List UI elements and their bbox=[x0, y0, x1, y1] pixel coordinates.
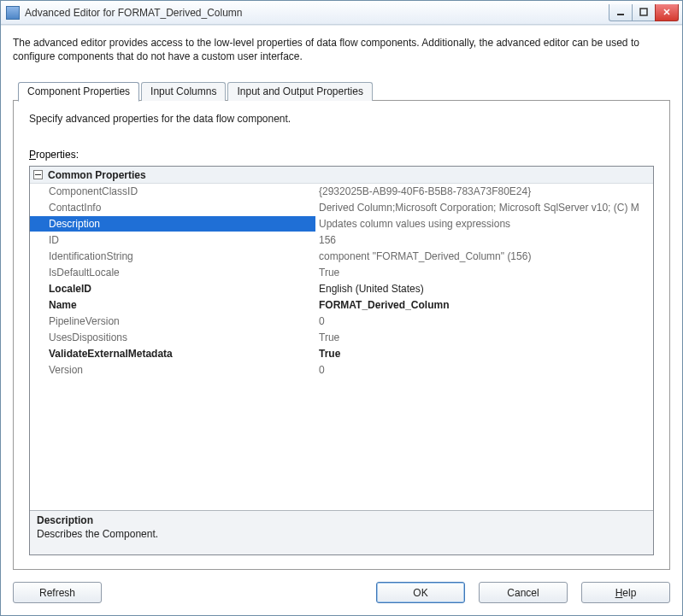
property-row[interactable]: IsDefaultLocaleTrue bbox=[30, 265, 653, 281]
collapse-icon[interactable] bbox=[33, 170, 43, 179]
property-name: IdentificationString bbox=[30, 249, 315, 264]
property-row[interactable]: ValidateExternalMetadataTrue bbox=[30, 346, 653, 362]
description-header: Description bbox=[37, 514, 646, 526]
panel-hint: Specify advanced properties for the data… bbox=[29, 113, 654, 125]
client-area: The advanced editor provides access to t… bbox=[1, 25, 682, 615]
property-name: PipelineVersion bbox=[30, 314, 315, 329]
app-icon bbox=[6, 6, 20, 20]
property-name: ID bbox=[30, 232, 315, 248]
refresh-button[interactable]: Refresh bbox=[13, 582, 102, 603]
property-name: ValidateExternalMetadata bbox=[30, 346, 315, 361]
property-name: Name bbox=[30, 297, 315, 313]
minimize-button[interactable] bbox=[609, 4, 633, 21]
property-row[interactable]: ID156 bbox=[30, 232, 653, 249]
group-header-label: Common Properties bbox=[48, 169, 146, 181]
property-value[interactable]: 0 bbox=[315, 314, 653, 329]
property-row[interactable]: PipelineVersion0 bbox=[30, 314, 653, 330]
property-value[interactable]: {2932025B-AB99-40F6-B5B8-783A73F80E24} bbox=[315, 184, 653, 199]
property-row[interactable]: ComponentClassID{2932025B-AB99-40F6-B5B8… bbox=[30, 184, 653, 200]
property-row[interactable]: IdentificationStringcomponent "FORMAT_De… bbox=[30, 249, 653, 265]
svg-rect-0 bbox=[617, 14, 624, 15]
property-name: LocaleID bbox=[30, 281, 315, 296]
description-pane: Description Describes the Component. bbox=[30, 510, 653, 554]
window-controls bbox=[609, 4, 679, 21]
property-row[interactable]: UsesDispositionsTrue bbox=[30, 330, 653, 346]
property-grid[interactable]: Common Properties ComponentClassID{29320… bbox=[29, 166, 654, 555]
tab-component-properties[interactable]: Component Properties bbox=[18, 82, 139, 102]
dialog-window: Advanced Editor for FORMAT_Derived_Colum… bbox=[0, 0, 683, 616]
property-name: ComponentClassID bbox=[30, 184, 315, 199]
property-value[interactable]: 156 bbox=[315, 232, 653, 248]
property-row[interactable]: NameFORMAT_Derived_Column bbox=[30, 297, 653, 314]
cancel-button[interactable]: Cancel bbox=[479, 582, 568, 603]
property-name: Description bbox=[30, 216, 315, 232]
properties-label: Properties: bbox=[29, 149, 654, 161]
tab-input-columns[interactable]: Input Columns bbox=[141, 82, 226, 101]
ok-button[interactable]: OK bbox=[376, 582, 465, 603]
property-name: ContactInfo bbox=[30, 200, 315, 215]
property-value[interactable]: True bbox=[315, 265, 653, 280]
close-button[interactable] bbox=[655, 4, 679, 21]
property-value[interactable]: FORMAT_Derived_Column bbox=[315, 297, 653, 313]
property-name: UsesDispositions bbox=[30, 330, 315, 345]
property-name: IsDefaultLocale bbox=[30, 265, 315, 280]
property-name: Version bbox=[30, 362, 315, 378]
property-grid-body: Common Properties ComponentClassID{29320… bbox=[30, 167, 653, 510]
tab-input-output-properties[interactable]: Input and Output Properties bbox=[227, 82, 372, 101]
property-row[interactable]: Version0 bbox=[30, 362, 653, 378]
property-value[interactable]: Updates column values using expressions bbox=[315, 216, 653, 232]
maximize-button[interactable] bbox=[632, 4, 656, 21]
property-value[interactable]: Derived Column;Microsoft Corporation; Mi… bbox=[315, 200, 653, 215]
dialog-buttons: Refresh OK Cancel Help bbox=[13, 570, 670, 603]
tab-strip: Component Properties Input Columns Input… bbox=[13, 80, 670, 101]
group-header-common[interactable]: Common Properties bbox=[30, 167, 653, 184]
property-row[interactable]: ContactInfoDerived Column;Microsoft Corp… bbox=[30, 200, 653, 216]
property-row[interactable]: DescriptionUpdates column values using e… bbox=[30, 216, 653, 232]
property-row[interactable]: LocaleIDEnglish (United States) bbox=[30, 281, 653, 297]
property-value[interactable]: component "FORMAT_Derived_Column" (156) bbox=[315, 249, 653, 264]
title-bar[interactable]: Advanced Editor for FORMAT_Derived_Colum… bbox=[1, 1, 682, 25]
property-value[interactable]: 0 bbox=[315, 362, 653, 378]
property-value[interactable]: True bbox=[315, 346, 653, 361]
property-value[interactable]: English (United States) bbox=[315, 281, 653, 296]
window-title: Advanced Editor for FORMAT_Derived_Colum… bbox=[25, 7, 609, 19]
help-button[interactable]: Help bbox=[581, 582, 670, 603]
tab-panel: Specify advanced properties for the data… bbox=[13, 100, 670, 570]
property-value[interactable]: True bbox=[315, 330, 653, 345]
svg-rect-1 bbox=[640, 9, 647, 15]
intro-text: The advanced editor provides access to t… bbox=[13, 36, 670, 63]
description-text: Describes the Component. bbox=[37, 528, 646, 540]
